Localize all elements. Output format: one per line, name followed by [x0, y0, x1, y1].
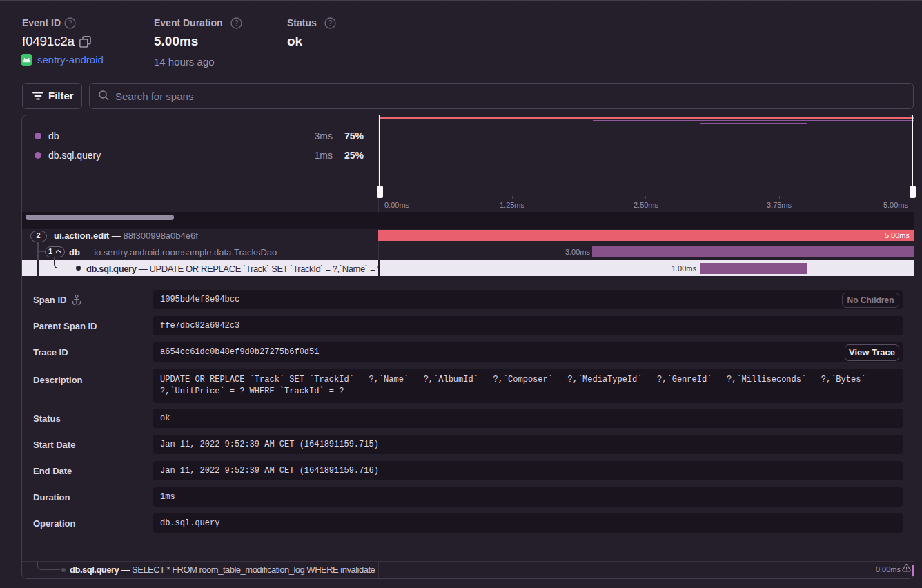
svg-text:?: ? [68, 19, 72, 27]
svg-text:?: ? [235, 19, 239, 27]
svg-text:?: ? [328, 19, 333, 27]
